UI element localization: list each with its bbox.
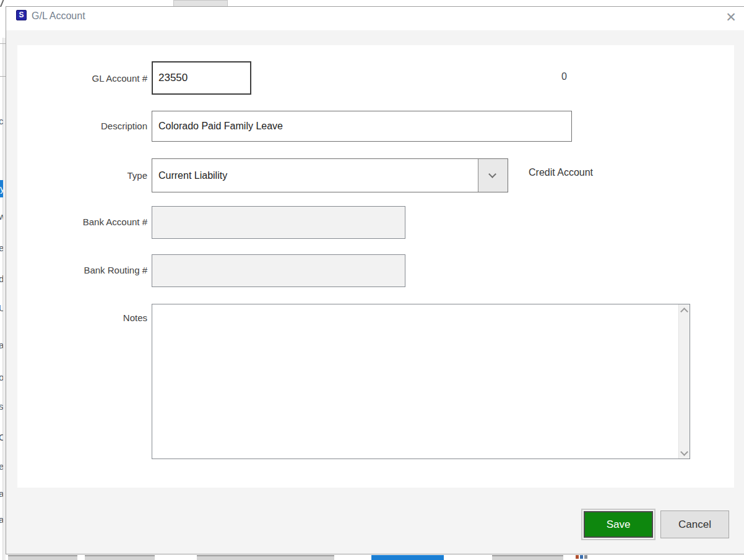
background-letter-fragment: al <box>0 514 3 525</box>
background-letter-fragment: c <box>0 116 3 126</box>
background-selected-button-fragment <box>371 555 444 560</box>
background-letter-fragment: U <box>0 303 3 313</box>
bank-routing-label: Bank Routing # <box>25 265 147 275</box>
save-button[interactable]: Save <box>584 511 653 538</box>
background-letter-fragment: e <box>0 461 3 472</box>
notes-label: Notes <box>25 312 147 323</box>
gl-account-input[interactable] <box>152 61 251 95</box>
chevron-down-icon <box>488 170 496 178</box>
notes-input[interactable] <box>152 304 678 459</box>
type-dropdown[interactable]: Current Liability <box>152 158 508 192</box>
background-icon-fragment <box>584 555 587 559</box>
type-label: Type <box>25 170 147 181</box>
type-selected-value: Current Liability <box>158 159 227 192</box>
background-letter-fragment: al <box>0 488 3 499</box>
save-button-focus-ring: Save <box>581 509 655 540</box>
cancel-button[interactable]: Cancel <box>660 510 729 538</box>
background-letter-fragment: d <box>0 274 3 284</box>
background-button-fragment <box>8 555 77 560</box>
credit-account-note: Credit Account <box>529 167 593 178</box>
description-label: Description <box>25 121 147 131</box>
background-icon-fragment <box>576 555 579 559</box>
background-letter-fragment: w <box>0 211 3 222</box>
scroll-down-button[interactable] <box>679 447 690 459</box>
background-letter-fragment: s <box>0 401 3 411</box>
background-button-fragment <box>492 555 563 560</box>
background-list-strip: y cwedUaosCealal <box>0 7 6 560</box>
description-input[interactable] <box>152 111 572 142</box>
close-icon[interactable]: ✕ <box>718 7 744 29</box>
background-letter-fragment: a <box>0 340 3 350</box>
gl-account-dialog: S G/L Account ✕ GL Account # 0 Descripti… <box>6 6 744 554</box>
gl-account-label: GL Account # <box>25 73 147 84</box>
bank-account-label: Bank Account # <box>25 217 147 227</box>
background-button-fragment <box>85 555 155 560</box>
background-icon-fragment <box>580 555 583 559</box>
bank-account-input <box>152 206 405 239</box>
background-selected-row-fragment: y <box>0 180 3 197</box>
account-balance-value: 0 <box>561 71 567 82</box>
scroll-up-button[interactable] <box>679 304 690 316</box>
app-logo-icon: S <box>16 10 27 20</box>
background-letter-fragment: e <box>0 243 3 253</box>
dialog-titlebar[interactable]: S G/L Account ✕ <box>6 7 744 30</box>
background-letter-fragment: o <box>0 372 3 382</box>
chevron-down-icon <box>680 448 688 456</box>
bank-routing-input <box>152 254 405 287</box>
background-letter-fragment: C <box>0 432 3 442</box>
notes-scrollbar[interactable] <box>678 304 690 459</box>
background-divider <box>0 76 6 77</box>
dialog-title: G/L Account <box>32 11 85 22</box>
type-dropdown-button[interactable] <box>478 159 508 192</box>
background-divider <box>0 43 6 44</box>
chevron-up-icon <box>680 308 688 316</box>
background-button-fragment <box>197 555 334 560</box>
notes-field <box>152 304 690 459</box>
